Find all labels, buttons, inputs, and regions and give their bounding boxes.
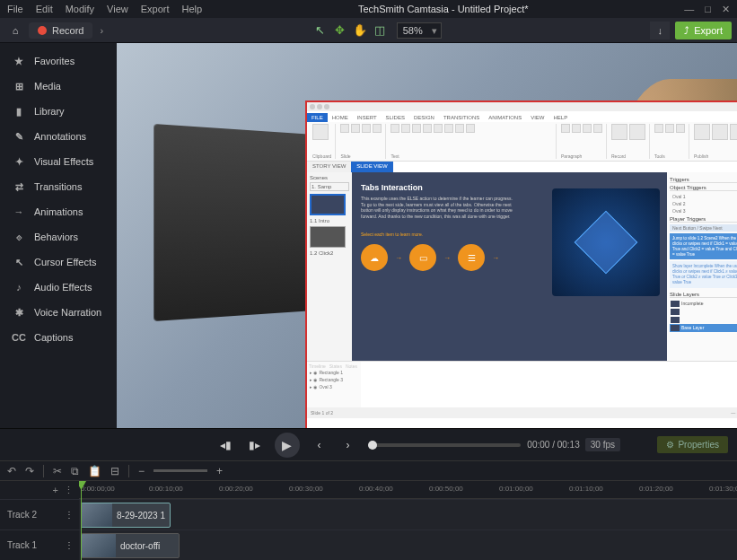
ruler-mark: 0:00:10;00 (149, 485, 183, 493)
inner-tab: HOME (328, 113, 353, 122)
annotations-icon: ✎ (13, 130, 25, 143)
minimize-button[interactable]: — (684, 4, 694, 15)
fps-display[interactable]: 30 fps (585, 438, 620, 451)
inner-window-chrome (307, 102, 737, 111)
ribbon-group-label: Record (611, 153, 645, 159)
record-icon (38, 26, 47, 35)
sidebar-item-audio-effects[interactable]: ♪Audio Effects (0, 275, 117, 300)
selected-clip-frame[interactable]: FILE HOME INSERT SLIDES DESIGN TRANSITIO… (305, 101, 737, 428)
app-title: TechSmith Camtasia - Untitled Project* (215, 4, 671, 14)
sidebar-item-captions[interactable]: CCCaptions (0, 325, 117, 350)
sidebar-item-animations[interactable]: →Animations (0, 199, 117, 224)
slide-graphic (552, 188, 660, 296)
sidebar-item-media[interactable]: ⊞Media (0, 74, 117, 99)
ruler-mark: 0:00:20;00 (219, 485, 253, 493)
clip-label: doctor-offi (116, 541, 164, 551)
timeline: + ⋮ Track 2⋮ Track 1⋮ 0:00:00;00 0:00:10… (0, 480, 737, 560)
scrubber[interactable] (368, 443, 521, 447)
inner-tl-row: ▸ ◉ Rectangle 3 (309, 376, 359, 383)
properties-button[interactable]: ⚙Properties (657, 436, 728, 453)
track-menu-icon[interactable]: ⋮ (65, 510, 74, 520)
track-header-controls: + ⋮ (0, 481, 79, 499)
clip[interactable]: 8-29-2023 1 (81, 503, 171, 528)
export-button[interactable]: ⤴ Export (675, 22, 732, 39)
zoom-out-button[interactable]: − (138, 465, 145, 477)
close-button[interactable]: ✕ (722, 4, 730, 15)
inner-tab: SLIDES (382, 113, 409, 122)
timeline-tools: ↶ ↷ ✂ ⧉ 📋 ⊟ − + (0, 460, 737, 480)
inner-tab: ANIMATIONS (484, 113, 526, 122)
download-button[interactable]: ↓ (650, 22, 670, 39)
inner-tab-file: FILE (307, 113, 328, 122)
inner-tab: DESIGN (409, 113, 439, 122)
clip[interactable]: doctor-offi (81, 533, 180, 558)
audio-icon: ♪ (13, 281, 25, 293)
layer-row-selected: Base Layer (670, 324, 737, 332)
sidebar-item-annotations[interactable]: ✎Annotations (0, 124, 117, 149)
home-button[interactable]: ⌂ (5, 22, 25, 39)
track-menu-icon[interactable]: ⋮ (65, 540, 74, 550)
track-label[interactable]: Track 1⋮ (0, 529, 79, 560)
sidebar-item-voice-narration[interactable]: ✱Voice Narration (0, 300, 117, 325)
inner-slide: Tabs Interaction This example uses the E… (352, 172, 667, 361)
menu-modify[interactable]: Modify (66, 4, 94, 14)
ruler-mark: 0:00:40;00 (359, 485, 393, 493)
track-row[interactable]: 8-29-2023 1 (79, 499, 737, 529)
behaviors-icon: ⟐ (13, 231, 25, 243)
menu-view[interactable]: View (107, 4, 128, 14)
record-label: Record (52, 25, 83, 36)
track-menu-icon[interactable]: ⋮ (64, 485, 74, 496)
zoom-dropdown[interactable]: 58% (397, 22, 442, 39)
timeline-zoom-slider[interactable] (154, 469, 207, 472)
triggers-heading: Triggers (670, 177, 737, 183)
inner-tab: VIEW (526, 113, 548, 122)
scene-thumb (310, 226, 346, 248)
sidebar-label: Annotations (34, 131, 86, 142)
playback-bar: ◂▮ ▮▸ ▶ ‹ › 00:00 / 00:13 30 fps ⚙Proper… (0, 428, 737, 460)
zoom-in-button[interactable]: + (216, 465, 223, 477)
track-row[interactable]: doctor-offi (79, 529, 737, 560)
split-button[interactable]: ⊟ (110, 465, 119, 477)
menu-help[interactable]: Help (182, 4, 203, 14)
ribbon-group-label: Clipboard (312, 153, 331, 159)
menu-file[interactable]: File (7, 4, 23, 14)
canvas[interactable]: FILE HOME INSERT SLIDES DESIGN TRANSITIO… (117, 43, 737, 428)
maximize-button[interactable]: □ (705, 4, 711, 15)
play-button[interactable]: ▶ (275, 433, 300, 458)
sidebar-item-transitions[interactable]: ⇄Transitions (0, 174, 117, 199)
cut-button[interactable]: ✂ (53, 465, 62, 477)
sidebar-item-behaviors[interactable]: ⟐Behaviors (0, 224, 117, 249)
step-forward-button[interactable]: › (339, 436, 357, 454)
inner-view-tabs: STORY VIEW SLIDE VIEW (307, 162, 737, 172)
next-frame-button[interactable]: ▮▸ (246, 436, 264, 454)
trigger-item: Oval 1 (670, 193, 737, 200)
record-chevron[interactable]: › (100, 25, 103, 36)
move-tool-icon[interactable]: ✥ (332, 22, 348, 39)
sidebar-item-visual-effects[interactable]: ✦Visual Effects (0, 149, 117, 174)
sidebar-item-favorites[interactable]: ★Favorites (0, 48, 117, 74)
pointer-tool-icon[interactable]: ↖ (312, 22, 329, 39)
prev-frame-button[interactable]: ◂▮ (217, 436, 235, 454)
inner-viewtab: SLIDE VIEW (351, 162, 392, 172)
sidebar-label: Visual Effects (34, 156, 93, 167)
paste-button[interactable]: 📋 (88, 465, 101, 477)
sidebar-item-library[interactable]: ▮Library (0, 99, 117, 124)
crop-tool-icon[interactable]: ◫ (372, 22, 388, 39)
step-back-button[interactable]: ‹ (311, 436, 329, 454)
timeline-ruler[interactable]: 0:00:00;00 0:00:10;00 0:00:20;00 0:00:30… (79, 481, 737, 499)
menu-export[interactable]: Export (141, 4, 170, 14)
ruler-mark: 0:00:50;00 (429, 485, 463, 493)
scene-selector: 1. Samp (310, 182, 349, 191)
copy-button[interactable]: ⧉ (71, 465, 79, 477)
record-button[interactable]: Record (29, 22, 92, 39)
transitions-icon: ⇄ (13, 180, 25, 193)
redo-button[interactable]: ↷ (25, 465, 34, 477)
sidebar-item-cursor-effects[interactable]: ↖Cursor Effects (0, 249, 117, 275)
undo-button[interactable]: ↶ (7, 465, 16, 477)
track-label[interactable]: Track 2⋮ (0, 499, 79, 529)
hand-tool-icon[interactable]: ✋ (352, 22, 368, 39)
scrubber-handle[interactable] (368, 441, 377, 450)
add-track-button[interactable]: + (53, 485, 58, 495)
playhead[interactable]: 0:00:00;00 (81, 481, 82, 560)
menu-edit[interactable]: Edit (36, 4, 53, 14)
